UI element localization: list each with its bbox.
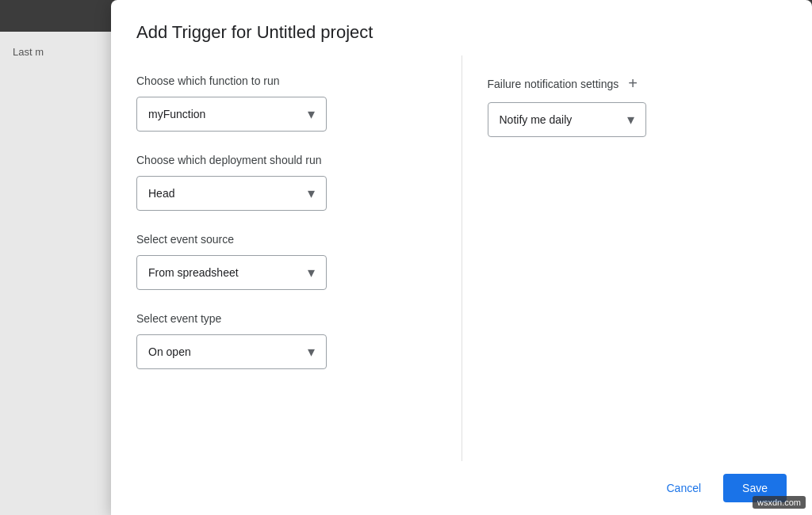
function-label: Choose which function to run	[136, 74, 436, 87]
modal-header: Add Trigger for Untitled project	[111, 0, 812, 55]
last-modified-label: Last m	[13, 46, 44, 58]
modal-title: Add Trigger for Untitled project	[136, 22, 787, 43]
modal-body: Choose which function to run myFunction …	[111, 55, 812, 461]
modal-left-panel: Choose which function to run myFunction …	[111, 55, 462, 461]
cancel-button[interactable]: Cancel	[650, 474, 717, 502]
deployment-label: Choose which deployment should run	[136, 154, 436, 166]
event-source-label: Select event source	[136, 233, 436, 246]
event-source-dropdown[interactable]: From spreadsheet ▾	[136, 255, 327, 290]
add-notification-icon[interactable]: +	[628, 74, 638, 93]
event-source-section: Select event source From spreadsheet ▾	[136, 233, 436, 290]
deployment-dropdown-value: Head	[148, 187, 174, 200]
function-dropdown-value: myFunction	[148, 108, 205, 120]
deployment-dropdown[interactable]: Head ▾	[136, 176, 327, 211]
event-type-dropdown[interactable]: On open ▾	[136, 334, 327, 369]
failure-header: Failure notification settings +	[488, 74, 787, 93]
function-dropdown[interactable]: myFunction ▾	[136, 97, 327, 132]
notify-dropdown-value: Notify me daily	[500, 113, 573, 126]
event-type-section: Select event type On open ▾	[136, 312, 436, 369]
notify-chevron-icon: ▾	[627, 111, 634, 128]
event-type-label: Select event type	[136, 312, 436, 325]
function-section: Choose which function to run myFunction …	[136, 74, 436, 132]
deployment-section: Choose which deployment should run Head …	[136, 154, 436, 211]
modal-right-panel: Failure notification settings + Notify m…	[462, 55, 813, 461]
deployment-chevron-icon: ▾	[308, 185, 315, 202]
notify-dropdown[interactable]: Notify me daily ▾	[488, 102, 646, 137]
event-source-chevron-icon: ▾	[308, 264, 315, 281]
watermark: wsxdn.com	[753, 496, 806, 509]
failure-notification-label: Failure notification settings	[488, 78, 619, 90]
modal-dialog: Add Trigger for Untitled project Choose …	[111, 0, 812, 515]
event-type-chevron-icon: ▾	[308, 343, 315, 360]
event-type-dropdown-value: On open	[148, 345, 191, 358]
modal-footer: Cancel Save	[111, 461, 812, 515]
function-chevron-icon: ▾	[308, 105, 315, 123]
event-source-dropdown-value: From spreadsheet	[148, 266, 239, 279]
